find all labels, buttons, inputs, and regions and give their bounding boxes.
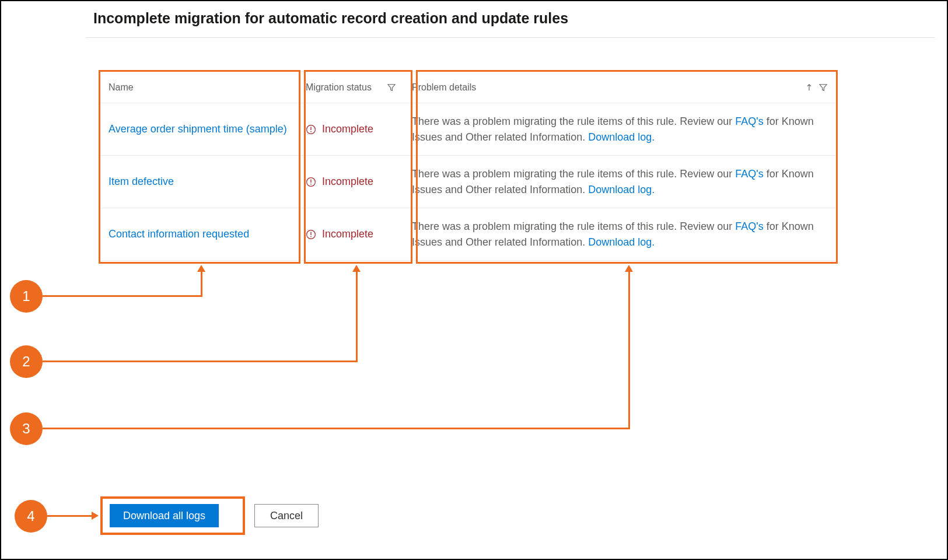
table-row: Average order shipment time (sample) Inc… (100, 103, 835, 156)
page-title: Incomplete migration for automatic recor… (93, 10, 568, 27)
col-header-problem[interactable]: Problem details (412, 82, 476, 93)
callout-badge-2: 2 (10, 345, 43, 378)
connector-line (628, 271, 630, 429)
connector-line (43, 295, 202, 297)
faq-link[interactable]: FAQ's (735, 116, 763, 127)
rule-name-link[interactable]: Contact information requested (109, 228, 249, 240)
warning-icon (306, 124, 316, 135)
download-all-logs-button[interactable]: Download all logs (110, 504, 219, 527)
problem-prefix: There was a problem migrating the rule i… (412, 116, 735, 127)
problem-text: There was a problem migrating the rule i… (412, 219, 827, 249)
arrow-up-icon (352, 265, 361, 272)
svg-point-8 (310, 236, 312, 237)
problem-prefix: There was a problem migrating the rule i… (412, 168, 735, 180)
grid-header: Name Migration status Problem details (100, 72, 835, 103)
download-log-link[interactable]: Download log. (588, 236, 655, 248)
callout-badge-4: 4 (15, 500, 47, 533)
download-log-link[interactable]: Download log. (588, 184, 655, 195)
table-row: Item defective Incomplete There was a pr… (100, 156, 835, 208)
faq-link[interactable]: FAQ's (735, 220, 763, 232)
sort-icon[interactable] (805, 83, 813, 92)
problem-text: There was a problem migrating the rule i… (412, 114, 827, 144)
callout-badge-1: 1 (10, 280, 43, 313)
arrow-right-icon (92, 512, 99, 520)
svg-point-5 (310, 183, 312, 184)
download-log-link[interactable]: Download log. (588, 131, 655, 143)
col-header-status[interactable]: Migration status (306, 82, 372, 93)
warning-icon (306, 229, 316, 240)
header-divider (86, 37, 935, 38)
warning-icon (306, 177, 316, 187)
connector-line (47, 515, 93, 517)
problem-prefix: There was a problem migrating the rule i… (412, 220, 735, 232)
connector-line (43, 428, 630, 429)
arrow-up-icon (625, 265, 633, 272)
status-label: Incomplete (322, 228, 373, 240)
arrow-up-icon (197, 265, 205, 272)
table-row: Contact information requested Incomplete… (100, 208, 835, 261)
problem-text: There was a problem migrating the rule i… (412, 166, 827, 197)
migration-grid: Name Migration status Problem details Av… (100, 71, 835, 261)
filter-icon[interactable] (819, 83, 827, 92)
connector-line (201, 271, 202, 297)
status-label: Incomplete (322, 176, 373, 188)
rule-name-link[interactable]: Average order shipment time (sample) (109, 123, 287, 135)
callout-badge-3: 3 (10, 412, 43, 445)
filter-icon[interactable] (387, 83, 396, 92)
svg-point-2 (310, 131, 312, 132)
rule-name-link[interactable]: Item defective (109, 176, 174, 188)
status-label: Incomplete (322, 123, 373, 135)
col-header-name[interactable]: Name (109, 82, 134, 93)
cancel-button[interactable]: Cancel (254, 504, 319, 527)
faq-link[interactable]: FAQ's (735, 168, 763, 180)
connector-line (356, 271, 358, 362)
connector-line (43, 360, 358, 362)
